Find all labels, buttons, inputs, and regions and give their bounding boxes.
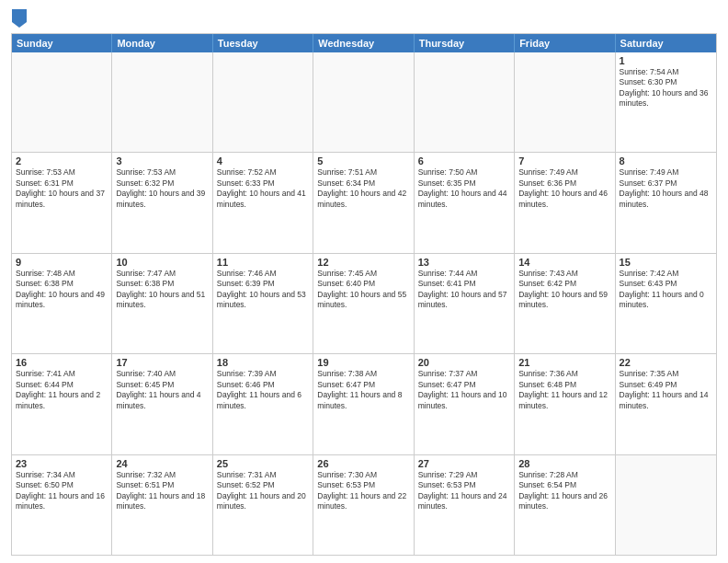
day-info: Sunrise: 7:30 AM Sunset: 6:53 PM Dayligh…: [317, 470, 409, 512]
day-info: Sunrise: 7:31 AM Sunset: 6:52 PM Dayligh…: [217, 470, 309, 512]
day-info: Sunrise: 7:43 AM Sunset: 6:42 PM Dayligh…: [518, 269, 610, 311]
day-number: 12: [317, 257, 409, 268]
day-number: 14: [518, 257, 610, 268]
day-number: 10: [116, 257, 208, 268]
day-info: Sunrise: 7:37 AM Sunset: 6:47 PM Dayligh…: [418, 369, 510, 411]
day-number: 8: [620, 155, 712, 167]
calendar-cell-1-5: 7Sunrise: 7:49 AM Sunset: 6:36 PM Daylig…: [515, 153, 615, 252]
calendar-cell-0-1: [112, 52, 212, 152]
day-number: 3: [116, 155, 208, 167]
day-info: Sunrise: 7:42 AM Sunset: 6:43 PM Dayligh…: [620, 269, 712, 311]
calendar-row-0: 1Sunrise: 7:54 AM Sunset: 6:30 PM Daylig…: [12, 52, 716, 153]
day-info: Sunrise: 7:38 AM Sunset: 6:47 PM Dayligh…: [317, 369, 409, 411]
day-info: Sunrise: 7:53 AM Sunset: 6:32 PM Dayligh…: [116, 167, 208, 210]
weekday-header-monday: Monday: [112, 34, 212, 52]
calendar-cell-2-0: 9Sunrise: 7:48 AM Sunset: 6:38 PM Daylig…: [12, 254, 112, 353]
weekday-header-friday: Friday: [515, 34, 615, 52]
day-info: Sunrise: 7:34 AM Sunset: 6:50 PM Dayligh…: [16, 470, 108, 512]
calendar-cell-1-3: 5Sunrise: 7:51 AM Sunset: 6:34 PM Daylig…: [313, 153, 414, 252]
day-number: 13: [418, 257, 510, 268]
calendar-cell-3-6: 22Sunrise: 7:35 AM Sunset: 6:49 PM Dayli…: [616, 354, 716, 454]
calendar-cell-0-5: [515, 52, 615, 152]
day-number: 28: [518, 458, 610, 469]
day-number: 2: [16, 155, 108, 167]
calendar-header: SundayMondayTuesdayWednesdayThursdayFrid…: [12, 34, 716, 52]
calendar-cell-2-2: 11Sunrise: 7:46 AM Sunset: 6:39 PM Dayli…: [213, 254, 313, 353]
weekday-header-sunday: Sunday: [12, 34, 112, 52]
day-number: 20: [418, 357, 510, 368]
day-number: 25: [217, 458, 309, 469]
day-info: Sunrise: 7:48 AM Sunset: 6:38 PM Dayligh…: [16, 269, 108, 311]
logo-icon: [12, 9, 27, 28]
day-number: 17: [116, 357, 208, 368]
calendar-cell-1-6: 8Sunrise: 7:49 AM Sunset: 6:37 PM Daylig…: [616, 153, 716, 252]
calendar-cell-3-2: 18Sunrise: 7:39 AM Sunset: 6:46 PM Dayli…: [213, 354, 313, 454]
day-number: 24: [116, 458, 208, 469]
day-number: 15: [620, 257, 712, 268]
calendar-cell-2-6: 15Sunrise: 7:42 AM Sunset: 6:43 PM Dayli…: [616, 254, 716, 353]
day-number: 11: [217, 257, 309, 268]
day-info: Sunrise: 7:39 AM Sunset: 6:46 PM Dayligh…: [217, 369, 309, 411]
calendar-body: 1Sunrise: 7:54 AM Sunset: 6:30 PM Daylig…: [12, 52, 716, 555]
calendar-cell-0-6: 1Sunrise: 7:54 AM Sunset: 6:30 PM Daylig…: [616, 52, 716, 152]
day-number: 26: [317, 458, 409, 469]
calendar-cell-0-4: [415, 52, 515, 152]
day-number: 18: [217, 357, 309, 368]
day-info: Sunrise: 7:49 AM Sunset: 6:37 PM Dayligh…: [620, 167, 712, 210]
day-info: Sunrise: 7:46 AM Sunset: 6:39 PM Dayligh…: [217, 269, 309, 311]
weekday-header-tuesday: Tuesday: [213, 34, 313, 52]
calendar-row-3: 16Sunrise: 7:41 AM Sunset: 6:44 PM Dayli…: [12, 354, 716, 454]
day-number: 27: [418, 458, 510, 469]
calendar-cell-0-3: [313, 52, 414, 152]
day-info: Sunrise: 7:49 AM Sunset: 6:36 PM Dayligh…: [518, 167, 610, 210]
calendar-cell-1-0: 2Sunrise: 7:53 AM Sunset: 6:31 PM Daylig…: [12, 153, 112, 252]
weekday-header-saturday: Saturday: [616, 34, 716, 52]
day-info: Sunrise: 7:32 AM Sunset: 6:51 PM Dayligh…: [116, 470, 208, 512]
day-number: 6: [418, 155, 510, 167]
day-info: Sunrise: 7:36 AM Sunset: 6:48 PM Dayligh…: [518, 369, 610, 411]
calendar-cell-4-2: 25Sunrise: 7:31 AM Sunset: 6:52 PM Dayli…: [213, 455, 313, 555]
day-info: Sunrise: 7:52 AM Sunset: 6:33 PM Dayligh…: [217, 167, 309, 210]
logo: [11, 9, 27, 28]
header: [11, 9, 717, 28]
calendar-cell-2-1: 10Sunrise: 7:47 AM Sunset: 6:38 PM Dayli…: [112, 254, 212, 353]
day-number: 21: [518, 357, 610, 368]
calendar-row-2: 9Sunrise: 7:48 AM Sunset: 6:38 PM Daylig…: [12, 254, 716, 354]
calendar-cell-4-3: 26Sunrise: 7:30 AM Sunset: 6:53 PM Dayli…: [313, 455, 414, 555]
calendar-cell-3-5: 21Sunrise: 7:36 AM Sunset: 6:48 PM Dayli…: [515, 354, 615, 454]
calendar-cell-4-5: 28Sunrise: 7:28 AM Sunset: 6:54 PM Dayli…: [515, 455, 615, 555]
day-info: Sunrise: 7:53 AM Sunset: 6:31 PM Dayligh…: [16, 167, 108, 210]
day-info: Sunrise: 7:29 AM Sunset: 6:53 PM Dayligh…: [418, 470, 510, 512]
calendar-cell-0-2: [213, 52, 313, 152]
page: SundayMondayTuesdayWednesdayThursdayFrid…: [0, 0, 728, 563]
calendar-cell-4-1: 24Sunrise: 7:32 AM Sunset: 6:51 PM Dayli…: [112, 455, 212, 555]
day-info: Sunrise: 7:44 AM Sunset: 6:41 PM Dayligh…: [418, 269, 510, 311]
day-number: 19: [317, 357, 409, 368]
day-info: Sunrise: 7:47 AM Sunset: 6:38 PM Dayligh…: [116, 269, 208, 311]
calendar-row-1: 2Sunrise: 7:53 AM Sunset: 6:31 PM Daylig…: [12, 153, 716, 253]
weekday-header-thursday: Thursday: [415, 34, 515, 52]
day-info: Sunrise: 7:50 AM Sunset: 6:35 PM Dayligh…: [418, 167, 510, 210]
calendar-cell-2-4: 13Sunrise: 7:44 AM Sunset: 6:41 PM Dayli…: [415, 254, 515, 353]
calendar-cell-2-5: 14Sunrise: 7:43 AM Sunset: 6:42 PM Dayli…: [515, 254, 615, 353]
day-info: Sunrise: 7:51 AM Sunset: 6:34 PM Dayligh…: [317, 167, 409, 210]
day-number: 4: [217, 155, 309, 167]
calendar-cell-3-4: 20Sunrise: 7:37 AM Sunset: 6:47 PM Dayli…: [415, 354, 515, 454]
calendar-cell-1-2: 4Sunrise: 7:52 AM Sunset: 6:33 PM Daylig…: [213, 153, 313, 252]
day-info: Sunrise: 7:41 AM Sunset: 6:44 PM Dayligh…: [16, 369, 108, 411]
day-number: 23: [16, 458, 108, 469]
day-info: Sunrise: 7:28 AM Sunset: 6:54 PM Dayligh…: [518, 470, 610, 512]
calendar: SundayMondayTuesdayWednesdayThursdayFrid…: [11, 33, 717, 556]
day-number: 7: [518, 155, 610, 167]
day-info: Sunrise: 7:40 AM Sunset: 6:45 PM Dayligh…: [116, 369, 208, 411]
calendar-cell-3-1: 17Sunrise: 7:40 AM Sunset: 6:45 PM Dayli…: [112, 354, 212, 454]
calendar-cell-4-6: [616, 455, 716, 555]
calendar-row-4: 23Sunrise: 7:34 AM Sunset: 6:50 PM Dayli…: [12, 455, 716, 555]
calendar-cell-2-3: 12Sunrise: 7:45 AM Sunset: 6:40 PM Dayli…: [313, 254, 414, 353]
day-number: 22: [620, 357, 712, 368]
day-number: 16: [16, 357, 108, 368]
day-info: Sunrise: 7:35 AM Sunset: 6:49 PM Dayligh…: [620, 369, 712, 411]
calendar-cell-4-4: 27Sunrise: 7:29 AM Sunset: 6:53 PM Dayli…: [415, 455, 515, 555]
svg-marker-0: [12, 9, 27, 28]
day-info: Sunrise: 7:45 AM Sunset: 6:40 PM Dayligh…: [317, 269, 409, 311]
